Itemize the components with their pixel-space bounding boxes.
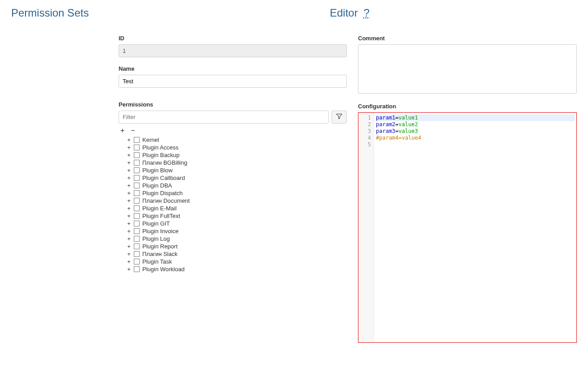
- line-number-gutter: 12345: [358, 113, 374, 342]
- editor-help-link[interactable]: ?: [363, 7, 369, 19]
- permission-checkbox[interactable]: [134, 251, 140, 257]
- tree-expand-icon[interactable]: +: [127, 197, 131, 205]
- permission-checkbox[interactable]: [134, 213, 140, 219]
- line-number: 2: [358, 121, 371, 128]
- permission-label: Plugin Invoice: [142, 227, 179, 235]
- permission-tree-item[interactable]: +Plugin E-Mail: [127, 205, 347, 212]
- permission-tree-item[interactable]: +Плагин BGBilling: [127, 159, 347, 166]
- tree-expand-icon[interactable]: +: [127, 189, 131, 197]
- tree-expand-icon[interactable]: +: [127, 220, 131, 227]
- page-title-permission-sets: Permission Sets: [11, 7, 330, 19]
- permission-tree-item[interactable]: +Kernel: [127, 136, 347, 144]
- tree-expand-icon[interactable]: +: [127, 151, 131, 159]
- permission-label: Plugin Callboard: [142, 174, 185, 182]
- code-line[interactable]: [376, 141, 575, 148]
- line-number: 5: [358, 141, 371, 148]
- name-label: Name: [119, 65, 347, 72]
- permission-checkbox[interactable]: [134, 266, 140, 272]
- line-number: 3: [358, 128, 371, 135]
- code-line[interactable]: param1=value1: [376, 115, 575, 121]
- page-title-editor: Editor ?: [330, 7, 577, 19]
- code-line[interactable]: param2=value2: [376, 121, 575, 128]
- permission-tree-item[interactable]: +Plugin Blow: [127, 166, 347, 174]
- permission-label: Plugin Log: [142, 235, 170, 243]
- permission-tree-item[interactable]: +Плагин Slack: [127, 250, 347, 258]
- permission-label: Plugin Report: [142, 243, 178, 250]
- permission-checkbox[interactable]: [134, 152, 140, 158]
- permission-checkbox[interactable]: [134, 236, 140, 242]
- permission-tree-item[interactable]: +Plugin Callboard: [127, 174, 347, 182]
- permission-checkbox[interactable]: [134, 183, 140, 188]
- name-input[interactable]: [119, 75, 347, 88]
- line-number: 1: [358, 115, 371, 121]
- code-line[interactable]: param3=value3: [376, 128, 575, 135]
- permission-tree-item[interactable]: +Plugin Invoice: [127, 227, 347, 235]
- tree-expand-icon[interactable]: +: [127, 250, 131, 258]
- permission-label: Plugin GIT: [142, 220, 170, 227]
- permission-tree-item[interactable]: +Plugin Access: [127, 144, 347, 151]
- configuration-editor[interactable]: 12345 param1=value1param2=value2param3=v…: [358, 112, 577, 343]
- tree-expand-icon[interactable]: +: [127, 174, 131, 182]
- permissions-label: Permissions: [119, 101, 347, 108]
- configuration-label: Configuration: [358, 103, 577, 110]
- permission-label: Plugin Dispatch: [142, 189, 183, 197]
- permission-tree-item[interactable]: +Plugin Dispatch: [127, 189, 347, 197]
- permission-label: Plugin FullText: [142, 212, 180, 220]
- permission-tree-item[interactable]: +Плагин Document: [127, 197, 347, 205]
- tree-expand-icon[interactable]: +: [127, 243, 131, 250]
- permission-label: Kernel: [142, 136, 159, 144]
- comment-label: Comment: [358, 35, 577, 42]
- tree-expand-icon[interactable]: +: [127, 205, 131, 212]
- permission-tree-item[interactable]: +Plugin Backup: [127, 151, 347, 159]
- permission-tree-item[interactable]: +Plugin Report: [127, 243, 347, 250]
- permission-label: Plugin DBA: [142, 182, 172, 189]
- filter-button[interactable]: [332, 111, 347, 124]
- permission-label: Плагин BGBilling: [142, 159, 187, 166]
- id-input: [119, 44, 347, 57]
- permission-checkbox[interactable]: [134, 243, 140, 249]
- tree-collapse-all[interactable]: −: [131, 127, 135, 134]
- permission-label: Plugin E-Mail: [142, 205, 177, 212]
- permission-checkbox[interactable]: [134, 228, 140, 234]
- permission-tree-item[interactable]: +Plugin Task: [127, 258, 347, 265]
- tree-expand-icon[interactable]: +: [127, 136, 131, 144]
- tree-expand-icon[interactable]: +: [127, 144, 131, 151]
- permission-checkbox[interactable]: [134, 221, 140, 226]
- tree-expand-icon[interactable]: +: [127, 166, 131, 174]
- tree-expand-icon[interactable]: +: [127, 258, 131, 265]
- permission-checkbox[interactable]: [134, 137, 140, 143]
- line-number: 4: [358, 135, 371, 141]
- permission-label: Plugin Workload: [142, 265, 184, 273]
- permission-checkbox[interactable]: [134, 160, 140, 166]
- id-label: ID: [119, 35, 347, 42]
- tree-expand-icon[interactable]: +: [127, 235, 131, 243]
- tree-expand-icon[interactable]: +: [127, 159, 131, 166]
- permission-checkbox[interactable]: [134, 145, 140, 150]
- permission-checkbox[interactable]: [134, 167, 140, 173]
- permission-label: Plugin Task: [142, 258, 172, 265]
- permission-label: Плагин Slack: [142, 250, 178, 258]
- tree-expand-icon[interactable]: +: [127, 227, 131, 235]
- filter-icon: [336, 113, 342, 121]
- permission-checkbox[interactable]: [134, 198, 140, 204]
- permission-label: Plugin Access: [142, 144, 179, 151]
- tree-expand-icon[interactable]: +: [127, 182, 131, 189]
- permission-checkbox[interactable]: [134, 175, 140, 181]
- tree-expand-icon[interactable]: +: [127, 265, 131, 273]
- tree-expand-all[interactable]: +: [120, 127, 124, 134]
- comment-textarea[interactable]: [358, 44, 577, 94]
- permission-tree-item[interactable]: +Plugin FullText: [127, 212, 347, 220]
- permission-label: Plugin Blow: [142, 166, 173, 174]
- permission-checkbox[interactable]: [134, 190, 140, 196]
- permission-checkbox[interactable]: [134, 205, 140, 211]
- permissions-filter-input[interactable]: [119, 111, 329, 124]
- permission-tree-item[interactable]: +Plugin Log: [127, 235, 347, 243]
- permission-label: Plugin Backup: [142, 151, 179, 159]
- code-line[interactable]: #param4=value4: [376, 135, 575, 141]
- permission-tree-item[interactable]: +Plugin GIT: [127, 220, 347, 227]
- permission-tree-item[interactable]: +Plugin Workload: [127, 265, 347, 273]
- permission-label: Плагин Document: [142, 197, 190, 205]
- permission-tree-item[interactable]: +Plugin DBA: [127, 182, 347, 189]
- tree-expand-icon[interactable]: +: [127, 212, 131, 220]
- permission-checkbox[interactable]: [134, 259, 140, 264]
